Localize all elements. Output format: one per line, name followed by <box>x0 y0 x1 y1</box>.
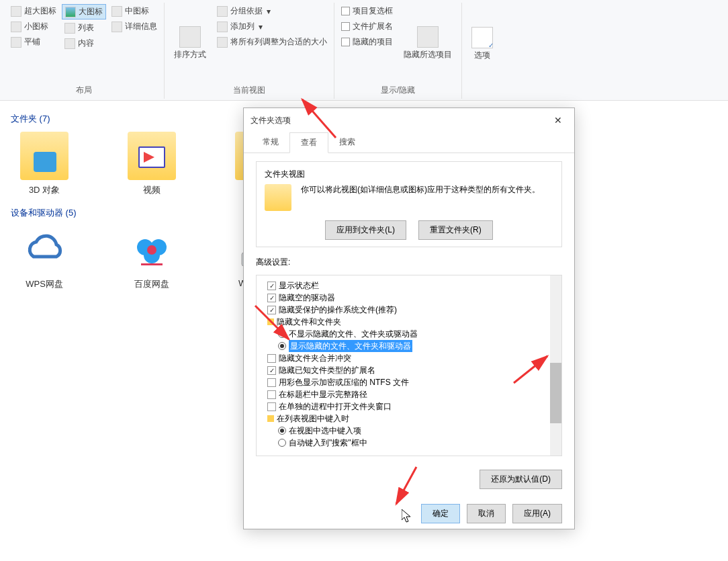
setting-show-status-bar[interactable]: 显示状态栏 <box>267 279 557 292</box>
checkbox-icon <box>341 38 350 46</box>
setting-hide-empty-drives[interactable]: 隐藏空的驱动器 <box>267 292 557 304</box>
group-by-icon <box>217 6 228 17</box>
group-label-show-hide: 显示/隐藏 <box>338 82 457 97</box>
tab-general[interactable]: 常规 <box>252 132 289 153</box>
baidu-netdisk-icon <box>128 226 176 274</box>
fit-columns[interactable]: 将所有列调整为合适的大小 <box>214 35 330 49</box>
annotation-arrow <box>393 464 426 511</box>
add-col-icon <box>217 21 228 32</box>
radio-icon <box>278 439 286 447</box>
close-button[interactable]: ✕ <box>549 112 567 128</box>
setting-hidden-files-group: 隐藏文件和文件夹 <box>267 316 557 328</box>
view-tile[interactable]: 平铺 <box>8 35 59 49</box>
checkbox-icon <box>267 402 276 411</box>
folder-videos[interactable]: 视频 <box>118 132 185 196</box>
setting-auto-type-search[interactable]: 自动键入到"搜索"框中 <box>278 437 557 449</box>
drive-baidu[interactable]: 百度网盘 <box>118 226 185 290</box>
toggle-item-checkboxes[interactable]: 项目复选框 <box>338 4 396 18</box>
view-xlarge[interactable]: 超大图标 <box>8 4 59 18</box>
list-icon <box>64 23 75 34</box>
folder-view-group: 文件夹视图 你可以将此视图(如详细信息或图标)应用于这种类型的所有文件夹。 应用… <box>256 161 562 247</box>
options-button[interactable]: ✓ 选项 <box>466 4 498 84</box>
dialog-title: 文件夹选项 <box>251 115 291 126</box>
restore-defaults-button[interactable]: 还原为默认值(D) <box>480 470 562 489</box>
details-icon <box>111 21 122 32</box>
folder-view-heading: 文件夹视图 <box>265 169 553 180</box>
options-icon: ✓ <box>471 27 493 48</box>
hide-selected[interactable]: 隐藏所选项目 <box>398 4 457 82</box>
checkbox-icon <box>267 378 276 387</box>
folder-icon <box>265 184 291 211</box>
ribbon: 超大图标 小图标 平铺 大图标 列表 内容 中图标 详细信息 布局 排序方式 <box>0 0 728 101</box>
toggle-file-ext[interactable]: 文件扩展名 <box>338 19 396 34</box>
checkbox-icon <box>267 354 276 363</box>
group-label-layout: 布局 <box>8 82 160 97</box>
svg-point-10 <box>147 245 156 255</box>
svg-rect-11 <box>141 263 163 265</box>
setting-separate-process[interactable]: 在单独的进程中打开文件夹窗口 <box>267 400 557 413</box>
sort-by[interactable]: 排序方式 <box>169 4 212 82</box>
ok-button[interactable]: 确定 <box>421 504 460 523</box>
xlarge-icons-icon <box>11 6 21 17</box>
setting-dont-show-hidden[interactable]: 不显示隐藏的文件、文件夹或驱动器 <box>278 328 557 340</box>
checkbox-icon <box>341 22 350 31</box>
annotation-arrow <box>299 94 346 148</box>
advanced-settings-label: 高级设置: <box>256 257 562 268</box>
checkbox-icon <box>267 294 276 302</box>
checkbox-icon <box>267 390 276 399</box>
folder-icon <box>20 132 69 180</box>
add-columns[interactable]: 添加列▾ <box>214 19 330 34</box>
large-icons-icon <box>65 7 76 17</box>
cloud-icon <box>20 226 69 274</box>
folder-3d-objects[interactable]: 3D 对象 <box>11 132 78 196</box>
setting-list-typing-group: 在列表视图中键入时 <box>267 413 557 425</box>
dialog-tabs: 常规 查看 搜索 <box>244 132 574 153</box>
medium-icons-icon <box>111 6 122 17</box>
checkbox-icon <box>267 282 276 290</box>
content-icon <box>64 38 75 49</box>
fit-cols-icon <box>217 37 228 48</box>
view-details[interactable]: 详细信息 <box>109 19 160 34</box>
apply-to-folders-button[interactable]: 应用到文件夹(L) <box>325 220 406 240</box>
tile-icon <box>11 37 21 48</box>
cursor-icon <box>402 509 414 524</box>
setting-select-typed-item[interactable]: 在视图中选中键入项 <box>278 425 557 437</box>
checkbox-icon <box>267 366 276 375</box>
setting-show-hidden[interactable]: 显示隐藏的文件、文件夹和驱动器 <box>278 340 557 352</box>
folder-view-description: 你可以将此视图(如详细信息或图标)应用于这种类型的所有文件夹。 <box>301 184 553 196</box>
checkbox-icon <box>341 7 350 15</box>
sort-icon <box>179 26 201 48</box>
view-large[interactable]: 大图标 <box>62 4 106 19</box>
drive-wps[interactable]: WPS网盘 <box>11 226 78 290</box>
cancel-button[interactable]: 取消 <box>467 504 506 523</box>
view-list[interactable]: 列表 <box>62 21 106 35</box>
group-by[interactable]: 分组依据▾ <box>214 4 330 18</box>
reset-folders-button[interactable]: 重置文件夹(R) <box>418 220 493 240</box>
apply-button[interactable]: 应用(A) <box>512 504 562 523</box>
radio-icon <box>278 427 286 435</box>
view-medium[interactable]: 中图标 <box>109 4 160 18</box>
view-content[interactable]: 内容 <box>62 36 106 50</box>
folder-icon <box>267 415 274 422</box>
small-icons-icon <box>11 21 21 32</box>
toggle-hidden-items[interactable]: 隐藏的项目 <box>338 35 396 49</box>
hide-selected-icon <box>417 26 439 48</box>
annotation-arrow <box>510 353 557 393</box>
view-small[interactable]: 小图标 <box>8 19 59 34</box>
folder-icon <box>128 132 176 180</box>
setting-hide-protected-os[interactable]: 隐藏受保护的操作系统文件(推荐) <box>267 304 557 316</box>
svg-rect-0 <box>34 152 56 172</box>
annotation-arrow <box>252 302 299 349</box>
